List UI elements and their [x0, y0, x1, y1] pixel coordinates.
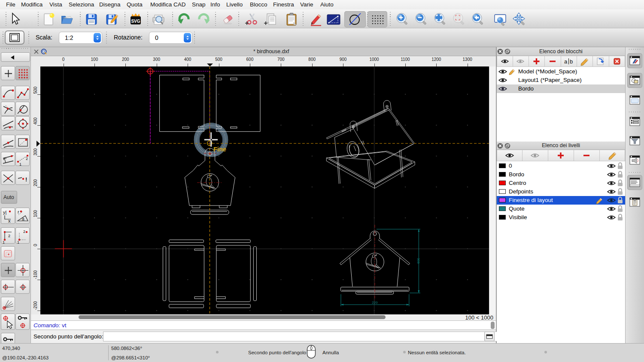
svg-text:!: !	[25, 176, 27, 183]
svg-text:SVG: SVG	[131, 19, 140, 24]
svg-text:Fine: Fine	[213, 146, 226, 153]
svg-text:y|: y|	[3, 210, 6, 215]
svg-text:220: 220	[372, 301, 378, 305]
svg-text:2: 2	[23, 229, 25, 234]
svg-text:1: 1	[3, 240, 5, 244]
svg-text:r: r	[18, 209, 19, 214]
svg-text:a: a	[22, 217, 24, 221]
svg-text:1: 1	[17, 240, 19, 244]
svg-text:309: 309	[416, 258, 420, 264]
svg-text:1: 1	[19, 162, 21, 166]
svg-text:2: 2	[8, 234, 10, 238]
svg-text:2: 2	[26, 157, 28, 161]
svg-text:b: b	[570, 58, 573, 65]
svg-text:a: a	[564, 58, 568, 65]
